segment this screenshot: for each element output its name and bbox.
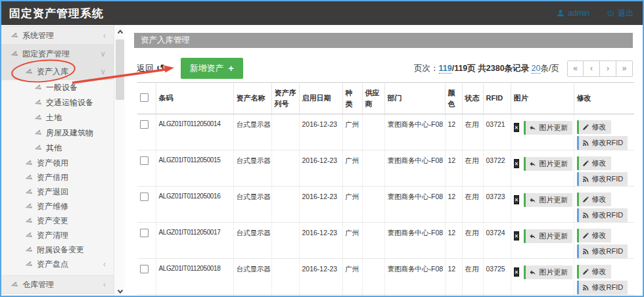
update-image-button[interactable]: 图片更新 [524,265,572,279]
edit-rfid-button[interactable]: 修改RFID [577,281,628,294]
edit-button[interactable]: 修改 [577,156,611,170]
modify-cell: 修改 修改RFID [574,295,634,297]
category-cell: 广州 [342,295,362,297]
chevron-icon: ‹ [103,260,106,269]
user-menu[interactable]: admin [557,9,589,18]
paper-plane-icon [11,51,18,58]
sidebar-item-asset-return[interactable]: 资产退回 [1,185,114,199]
category-cell: 广州 [342,114,362,150]
logout-label: 退出 [618,8,633,19]
last-page-button[interactable]: » [616,60,633,77]
row-checkbox[interactable] [140,229,149,237]
start-date-cell: 2016-12-23 [299,114,342,150]
sidebar-item-asset-requisition[interactable]: 资产领用 [1,156,114,170]
pagination: 页次：119/119页 共2380条记录 20条/页 « ‹ › » [414,60,633,77]
chevron-icon: ∨ [100,67,106,76]
edit-button[interactable]: 修改 [577,229,611,242]
image-cell: ✕ 图片更新 [511,295,574,297]
update-image-button[interactable]: 图片更新 [524,229,572,243]
prev-page-button[interactable]: ‹ [584,60,600,77]
col-image: 图片 [511,83,574,114]
edit-rfid-button[interactable]: 修改RFID [577,208,628,222]
sidebar-item-asset-change[interactable]: 资产变更 [1,214,114,228]
color-cell: 12 [445,187,462,223]
back-button[interactable]: 返回 ↺ [137,62,165,74]
paper-plane-icon [34,145,41,152]
col-barcode: 条码 [156,83,233,114]
edit-button[interactable]: 修改 [577,120,611,134]
reply-arrow-icon [529,269,536,276]
sidebar-item-accessory-change[interactable]: 附属设备变更 [1,242,114,257]
sidebar-item-label: 附属设备变更 [37,244,84,256]
sidebar-item-label: 资产清理 [37,230,68,241]
department-cell: 寰图商务中心-F08 [384,259,445,295]
update-image-button[interactable]: 图片更新 [524,157,572,171]
user-icon [557,9,564,17]
logout-button[interactable]: 退出 [607,8,633,19]
sidebar-item-asset-borrow[interactable]: 资产借用 [1,170,114,185]
col-start-date: 启用日期 [299,83,342,114]
paper-plane-icon [34,84,41,91]
scrollbar-thumb[interactable] [116,39,124,100]
rfid-cell: 03725 [483,259,511,295]
paper-plane-icon [34,129,41,137]
row-checkbox[interactable] [140,120,149,129]
image-cell: ✕ 图片更新 [511,187,574,223]
sidebar-item-fixed-asset-management[interactable]: 固定资产管理 ∨ [1,45,114,63]
app-header: 固定资产管理系统 admin 退出 [1,1,643,25]
status-cell: 在用 [462,187,483,223]
sidebar-item-label: 房屋及建筑物 [46,127,93,139]
barcode-cell: ALGZ01IT0112050016 [156,187,233,223]
status-cell: 在用 [462,114,483,150]
edit-button[interactable]: 修改 [577,265,611,279]
row-checkbox[interactable] [140,193,149,201]
sidebar-item-asset-cleanup[interactable]: 资产清理 [1,228,114,242]
sidebar-item-asset-inventory[interactable]: 资产盘点 ‹ [1,257,114,271]
scroll-down-button[interactable] [114,285,126,297]
row-select-cell [137,223,156,259]
sidebar-item-houses-buildings[interactable]: 房屋及建筑物 [1,126,114,141]
sidebar-item-asset-inbound[interactable]: 资产入库 ∨ [1,63,114,80]
edit-rfid-button[interactable]: 修改RFID [577,136,628,150]
first-page-button[interactable]: « [567,60,584,77]
pagination-prefix: 页次： [414,64,439,73]
color-cell: 12 [445,259,462,295]
row-checkbox[interactable] [140,156,149,165]
sidebar-item-label: 土地 [46,112,62,124]
sidebar-item-land[interactable]: 土地 [1,110,114,126]
sidebar-item-label: 资产借用 [37,172,68,183]
update-image-button[interactable]: 图片更新 [524,121,572,135]
supplier-cell [362,187,384,223]
asset-name-cell: 台式显示器 [233,295,271,297]
sidebar-item-label: 交通运输设备 [46,97,93,108]
sidebar-item-warehouse-management[interactable]: 仓库管理 ‹ [1,275,114,294]
row-select-cell [137,187,156,223]
sidebar-item-other[interactable]: 其他 [1,141,114,156]
rfid-cell: 03724 [483,223,511,259]
add-asset-button[interactable]: 新增资产 + [181,58,243,79]
table-body: ALGZ01IT0112050014 台式显示器 2016-12-23 广州 寰… [137,114,634,297]
row-checkbox[interactable] [140,265,149,273]
update-image-button[interactable]: 图片更新 [524,193,572,207]
edit-button[interactable]: 修改 [577,193,611,206]
sidebar-item-transport-equipment[interactable]: 交通运输设备 [1,95,114,110]
rss-icon [582,248,589,255]
scroll-up-button[interactable] [114,26,126,38]
page-size-link[interactable]: 20 [532,64,541,74]
sidebar-item-asset-repair[interactable]: 资产维修 [1,199,114,214]
asset-name-cell: 台式显示器 [233,259,271,295]
table-row: ALGZ01IT0112050016 台式显示器 2016-12-23 广州 寰… [137,187,634,223]
edit-icon [582,268,589,275]
current-page-link[interactable]: 119 [439,64,452,74]
sidebar-item-general-equipment[interactable]: 一般设备 [1,80,114,95]
sidebar-scrollbar[interactable] [114,25,125,297]
chevron-icon: ∨ [100,49,106,58]
image-cell: ✕ 图片更新 [511,223,574,259]
edit-rfid-button[interactable]: 修改RFID [577,172,628,186]
edit-rfid-button[interactable]: 修改RFID [577,244,628,258]
sidebar-item-system-management[interactable]: 系统管理 ‹ [1,26,114,45]
select-all-checkbox[interactable] [140,93,149,102]
image-cell: ✕ 图片更新 [511,114,574,150]
next-page-button[interactable]: › [600,60,616,77]
barcode-cell: ALGZ01IT0112050014 [156,114,233,150]
